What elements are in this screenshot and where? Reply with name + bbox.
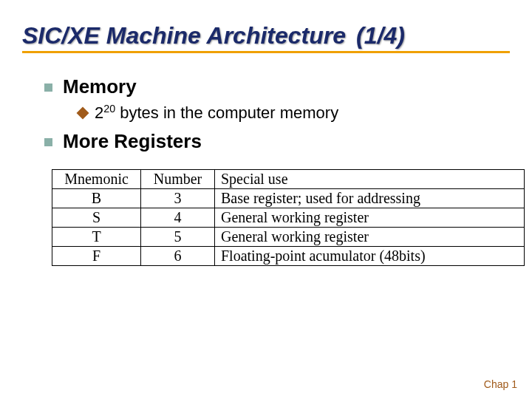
memory-rest: bytes in the computer memory [115, 103, 338, 122]
registers-table-wrap: Mnemonic Number Special use B 3 Base reg… [52, 169, 510, 266]
square-bullet-icon [44, 138, 52, 146]
slide-footer: Chap 1 [484, 378, 517, 390]
bullet-registers: More Registers [44, 130, 510, 153]
cell-special: General working register [215, 208, 525, 228]
diamond-bullet-icon [77, 106, 89, 119]
th-special: Special use [215, 170, 525, 189]
cell-mnemonic: F [52, 247, 141, 266]
table-row: T 5 General working register [52, 228, 525, 247]
cell-mnemonic: B [52, 189, 141, 208]
cell-mnemonic: T [52, 228, 141, 247]
cell-special: Base register; used for addressing [215, 189, 525, 208]
bullet-memory: Memory [44, 75, 510, 98]
table-row: S 4 General working register [52, 208, 525, 228]
bullet-memory-label: Memory [63, 75, 137, 98]
memory-exponent: 20 [103, 103, 115, 115]
cell-mnemonic: S [52, 208, 141, 228]
title-page-indicator: (1/4) [356, 22, 405, 50]
cell-number: 3 [141, 189, 215, 208]
slide-title: SIC/XE Machine Architecture (1/4) [22, 22, 510, 53]
bullet-memory-sub: 220 bytes in the computer memory [78, 103, 510, 123]
slide: SIC/XE Machine Architecture (1/4) Memory… [0, 0, 532, 399]
th-number: Number [141, 170, 215, 189]
table-header-row: Mnemonic Number Special use [52, 170, 525, 189]
cell-special: Floating-point acumulator (48bits) [215, 247, 525, 266]
cell-number: 5 [141, 228, 215, 247]
square-bullet-icon [44, 83, 52, 92]
table-row: F 6 Floating-point acumulator (48bits) [52, 247, 525, 266]
th-mnemonic: Mnemonic [52, 170, 141, 189]
cell-number: 4 [141, 208, 215, 228]
slide-body: Memory 220 bytes in the computer memory … [22, 75, 510, 266]
title-text: SIC/XE Machine Architecture [22, 22, 346, 50]
cell-number: 6 [141, 247, 215, 266]
bullet-memory-sub-text: 220 bytes in the computer memory [95, 103, 338, 123]
registers-table: Mnemonic Number Special use B 3 Base reg… [52, 169, 525, 266]
memory-base: 2 [95, 103, 103, 122]
table-row: B 3 Base register; used for addressing [52, 189, 525, 208]
cell-special: General working register [215, 228, 525, 247]
bullet-registers-label: More Registers [63, 130, 202, 153]
